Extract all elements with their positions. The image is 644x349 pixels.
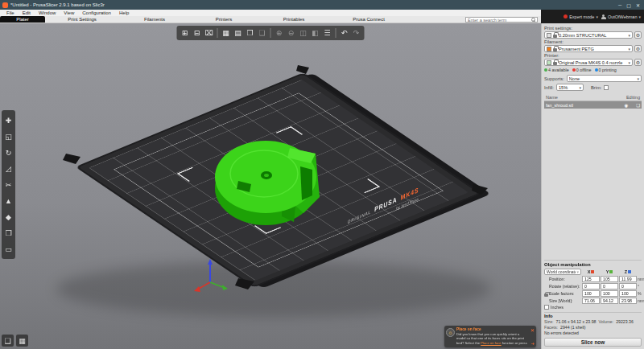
viewport-3d[interactable]: ORIGINAL PRUSA MK4S by Josef Prusa <box>0 23 541 349</box>
sidebar: Print settings: 0.20mm STRUCTURAL ▾ ⚙ Fi… <box>541 23 644 349</box>
minimize-icon[interactable]: ─ <box>618 2 621 8</box>
menu-configuration[interactable]: Configuration <box>78 10 115 15</box>
menu-edit[interactable]: Edit <box>19 10 35 15</box>
remove-instance-icon[interactable]: ⊖ <box>286 27 297 39</box>
rotate-x-input[interactable]: 0 <box>582 283 600 289</box>
printer-label: Printer: <box>544 53 642 58</box>
scale-x-input[interactable]: 100 <box>582 290 600 297</box>
scale-icon[interactable]: ◱ <box>2 129 14 144</box>
position-z-input[interactable]: 11.99 <box>619 276 637 282</box>
notification-close-icon[interactable]: ✕ <box>530 327 535 333</box>
volume-label: Volume: <box>598 319 613 324</box>
axis-x-header: X <box>582 269 600 274</box>
print-settings-gear-icon[interactable]: ⚙ <box>634 31 642 39</box>
tab-printables[interactable]: Printables <box>258 16 330 23</box>
rotate-z-input[interactable]: 0 <box>619 283 637 289</box>
object-list-row[interactable]: fan_shroud.stl ◉ ❏ <box>544 101 642 109</box>
origin-axes <box>194 259 228 292</box>
measure-icon[interactable]: ▭ <box>2 241 14 257</box>
printing-dot-icon <box>595 68 598 72</box>
bed-corner-tab <box>472 184 488 195</box>
mmu-paint-icon[interactable]: ❒ <box>2 225 14 240</box>
size-x-input[interactable]: 71.06 <box>582 298 600 304</box>
printer-gear-icon[interactable]: ⚙ <box>634 59 642 66</box>
inches-checkbox[interactable] <box>544 305 549 310</box>
size-z-input[interactable]: 23.98 <box>619 298 637 304</box>
uniform-scale-lock-icon[interactable] <box>544 294 548 297</box>
place-on-face-link[interactable]: Place on face <box>481 341 501 345</box>
brim-label: Brim: <box>591 85 602 90</box>
chevron-down-icon: ▾ <box>628 60 630 65</box>
editing-icon[interactable]: ❏ <box>636 103 640 108</box>
place-on-face-icon[interactable]: ◿ <box>2 161 14 176</box>
delete-all-icon[interactable]: ⌧ <box>204 27 215 39</box>
copy-icon[interactable]: ❐ <box>245 27 256 39</box>
variable-layer-height-icon[interactable]: ☰ <box>322 27 333 39</box>
eye-icon[interactable]: ◉ <box>624 103 628 108</box>
menu-window[interactable]: Window <box>35 10 60 15</box>
connect-status: 4 available 0 offline 0 printing <box>544 68 642 72</box>
paint-supports-icon[interactable]: ▲ <box>2 193 14 208</box>
arrange-icon[interactable]: ▦ <box>221 27 232 39</box>
scale-z-input[interactable]: 100 <box>619 290 637 297</box>
filament-color-swatch <box>547 47 551 51</box>
user-icon <box>601 14 606 19</box>
print-settings-label: Print settings: <box>544 26 642 31</box>
cut-icon[interactable]: ✂ <box>2 177 14 192</box>
search-input[interactable] <box>466 18 531 22</box>
size-value: 71.06 x 94.12 x 23.98 <box>556 319 597 324</box>
paste-icon[interactable]: ❏ <box>257 27 268 39</box>
delete-icon[interactable]: ⊟ <box>192 27 203 39</box>
editing-column-header: Editing <box>626 95 640 100</box>
tab-filaments[interactable]: Filaments <box>119 16 190 23</box>
tab-printers[interactable]: Printers <box>190 16 258 23</box>
brim-checkbox[interactable] <box>604 85 609 90</box>
account-button[interactable]: OutOfWebman ▾ <box>601 14 641 19</box>
infill-label: Infill: <box>544 85 554 90</box>
rotate-y-input[interactable]: 0 <box>601 283 618 289</box>
slice-now-button[interactable]: Slice now <box>544 338 642 347</box>
model-fan-shroud[interactable] <box>215 141 320 225</box>
object-list-header: Name Editing <box>544 93 642 101</box>
y-axis-icon <box>609 270 613 273</box>
rotate-row: Rotate (relative): 0 0 0 ° <box>544 283 642 289</box>
maximize-icon[interactable]: ▢ <box>626 2 631 8</box>
filament-gear-icon[interactable]: ⚙ <box>634 45 642 52</box>
menu-view[interactable]: View <box>60 10 78 15</box>
tab-plater[interactable]: Plater <box>0 16 45 23</box>
view-switcher: ❑ ▦ <box>2 335 28 347</box>
tab-print-settings[interactable]: Print Settings <box>45 16 119 23</box>
undo-icon[interactable]: ↶ <box>339 27 350 39</box>
infill-combo[interactable]: 15% ▾ <box>556 84 584 91</box>
print-settings-combo[interactable]: 0.20mm STRUCTURAL ▾ <box>544 31 633 39</box>
seam-icon[interactable]: ◆ <box>2 209 14 224</box>
editor-view-icon[interactable]: ❑ <box>2 335 14 347</box>
info-title: Info <box>544 314 642 318</box>
arrange-bed-icon[interactable]: ▤ <box>233 27 244 39</box>
mode-label: Expert mode <box>569 14 594 19</box>
add-instance-icon[interactable]: ⊕ <box>274 27 285 39</box>
printer-combo[interactable]: Original Prusa MK4S 0.4 nozzle ▾ <box>544 59 633 66</box>
manipulation-title: Object manipulation <box>544 262 642 267</box>
rotate-icon[interactable]: ↻ <box>2 145 14 160</box>
position-x-input[interactable]: 125 <box>582 276 600 282</box>
mode-selector[interactable]: Expert mode ▾ <box>564 14 598 19</box>
position-y-input[interactable]: 105 <box>601 276 618 282</box>
tab-prusa-connect[interactable]: Prusa Connect <box>330 16 407 23</box>
move-icon[interactable]: ✚ <box>2 113 14 128</box>
menu-file[interactable]: File <box>2 10 19 15</box>
filament-combo[interactable]: Prusament PETG ▾ <box>544 45 633 52</box>
search-box <box>465 17 538 23</box>
supports-combo[interactable]: None ▾ <box>567 75 642 82</box>
close-icon[interactable]: ✕ <box>636 2 640 8</box>
split-to-objects-icon[interactable]: ◫ <box>298 27 309 39</box>
redo-icon[interactable]: ↷ <box>351 27 362 39</box>
menu-help[interactable]: Help <box>115 10 133 15</box>
preview-view-icon[interactable]: ▦ <box>16 335 28 347</box>
scale-y-input[interactable]: 100 <box>601 290 618 297</box>
add-icon[interactable]: ⊞ <box>180 27 191 39</box>
coordinates-select[interactable]: World coordinates ▾ <box>544 269 581 275</box>
notification-next-icon[interactable]: ➔ <box>531 341 535 346</box>
size-y-input[interactable]: 94.12 <box>601 298 618 304</box>
split-to-parts-icon[interactable]: ◧ <box>310 27 321 39</box>
